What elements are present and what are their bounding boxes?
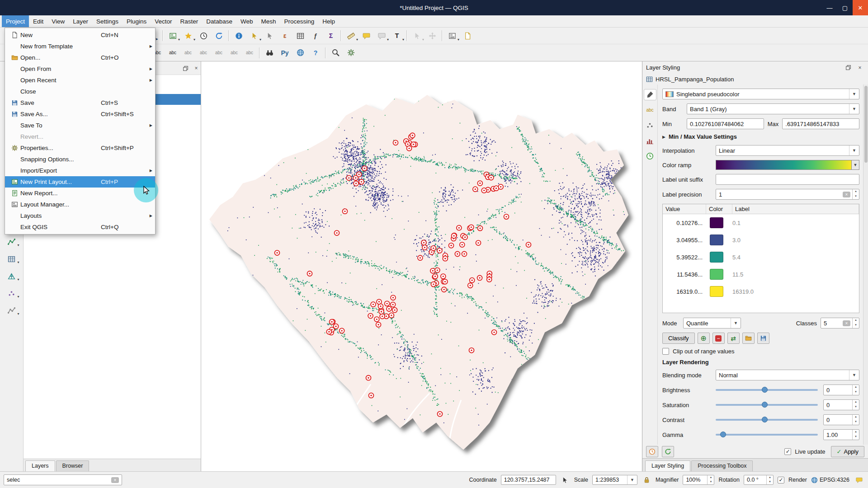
menu-item-import-export[interactable]: Import/Export▶ xyxy=(5,165,155,176)
min-input[interactable]: 0.102761087484062 xyxy=(687,118,764,129)
live-update-checkbox[interactable]: ✓ xyxy=(784,448,791,455)
menu-plugins[interactable]: Plugins xyxy=(123,15,151,27)
menu-item-revert[interactable]: Revert... xyxy=(5,131,155,142)
labels-button[interactable]: abc xyxy=(644,104,656,116)
osm-place-search-button[interactable] xyxy=(262,46,277,60)
statistical-summary-button[interactable]: Σ xyxy=(323,29,339,42)
add-raster-layer-button[interactable]: ▾ xyxy=(4,253,20,265)
close-button[interactable]: ✕ xyxy=(853,0,868,15)
class-row[interactable]: 3.04955...3.0 xyxy=(663,231,859,249)
apply-button[interactable]: ✓Apply xyxy=(831,446,864,457)
add-vector-layer-button[interactable]: ▾ xyxy=(4,235,20,248)
map-tips-button[interactable] xyxy=(359,29,374,42)
spin-buttons[interactable]: ▴▾ xyxy=(852,318,859,328)
layer-diagram-button[interactable]: abc xyxy=(165,46,180,60)
rotate-label-button[interactable]: abc xyxy=(226,46,242,60)
menu-item-save-as[interactable]: Save As...Ctrl+Shift+S xyxy=(5,108,155,120)
quickmap-services-button[interactable] xyxy=(292,46,308,60)
menu-processing[interactable]: Processing xyxy=(280,15,319,27)
highlight-pinned-labels-button[interactable]: abc xyxy=(196,46,211,60)
scale-lock-button[interactable] xyxy=(642,475,651,485)
locator-search-input[interactable]: selec × xyxy=(4,474,122,485)
layers-panel-float-button[interactable] xyxy=(181,64,190,73)
spin-buttons[interactable]: ▴▾ xyxy=(766,475,773,484)
interpolation-select[interactable]: Linear▼ xyxy=(716,145,859,156)
menu-item-save[interactable]: SaveCtrl+S xyxy=(5,97,155,108)
menu-item-new-print-layout[interactable]: New Print Layout...Ctrl+P xyxy=(5,176,155,188)
styling-scrollbar[interactable] xyxy=(863,84,868,445)
load-color-map-button[interactable] xyxy=(742,333,755,344)
menu-item-properties[interactable]: Properties...Ctrl+Shift+P xyxy=(5,142,155,154)
rotation-spinner[interactable]: 0.0 ° ▴▾ xyxy=(744,475,774,485)
clear-icon[interactable]: × xyxy=(843,320,850,326)
render-type-select[interactable]: Singleband pseudocolor ▼ xyxy=(662,89,859,99)
scale-select[interactable]: 1:239853▼ xyxy=(592,475,637,485)
pin-labels-button[interactable]: abc xyxy=(180,46,196,60)
coordinate-input[interactable]: 120.3757,15.2487 xyxy=(501,475,556,485)
spatial-bookmarks-button[interactable]: ▾ xyxy=(180,29,196,42)
label-unit-suffix-input[interactable] xyxy=(716,174,859,185)
load-ramp-button[interactable]: ⇄ xyxy=(727,333,740,344)
saturation-slider[interactable] xyxy=(716,404,818,406)
tab-processing-toolbox[interactable]: Processing Toolbox xyxy=(691,460,753,471)
add-class-button[interactable]: ⊕ xyxy=(698,333,710,344)
messages-button[interactable] xyxy=(854,475,864,485)
add-mesh-layer-button[interactable]: ▾ xyxy=(4,270,20,282)
menu-layer[interactable]: Layer xyxy=(69,15,92,27)
label-precision-spinner[interactable]: 1 × ▴▾ xyxy=(716,189,859,200)
tab-browser[interactable]: Browser xyxy=(56,460,90,471)
style-history-button[interactable] xyxy=(646,446,658,457)
classes-spinner[interactable]: 5 × ▴▾ xyxy=(821,318,859,328)
styling-panel-float-button[interactable] xyxy=(844,63,853,72)
python-console-button[interactable]: Py xyxy=(277,46,292,60)
grass-tools-button[interactable] xyxy=(343,46,359,60)
menu-item-new[interactable]: NewCtrl+N xyxy=(5,29,155,41)
menu-web[interactable]: Web xyxy=(236,15,257,27)
text-annotation-button[interactable]: T▾ xyxy=(389,29,405,42)
menu-item-new-from-template[interactable]: New from Template▶ xyxy=(5,41,155,52)
minmax-expand-icon[interactable]: ▶ xyxy=(662,135,665,139)
map-canvas[interactable] xyxy=(201,61,642,471)
temporal-controller-button[interactable] xyxy=(196,29,211,42)
class-color-swatch[interactable] xyxy=(710,269,723,280)
menu-item-open-from[interactable]: Open From▶ xyxy=(5,63,155,75)
class-row[interactable]: 16319.0...16319.0 xyxy=(663,283,859,300)
menu-raster[interactable]: Raster xyxy=(176,15,202,27)
class-color-swatch[interactable] xyxy=(710,252,723,263)
menu-item-exit-qgis[interactable]: Exit QGISCtrl+Q xyxy=(5,221,155,233)
menu-help[interactable]: Help xyxy=(318,15,339,27)
history-button[interactable] xyxy=(644,150,656,162)
new-annotation-button[interactable]: ▾ xyxy=(374,29,389,42)
pampanga-region[interactable] xyxy=(209,95,628,450)
menu-view[interactable]: View xyxy=(47,15,69,27)
move-feature-button[interactable] xyxy=(425,29,440,42)
class-row[interactable]: 11.5436...11.5 xyxy=(663,266,859,283)
brightness-value[interactable]: 0▴▾ xyxy=(823,385,859,395)
class-color-swatch[interactable] xyxy=(710,235,723,245)
clear-icon[interactable]: × xyxy=(843,192,850,197)
color-ramp-preview[interactable] xyxy=(716,160,851,170)
crs-button[interactable]: EPSG:4326 xyxy=(811,477,849,483)
layer-rendering-section[interactable]: Layer Rendering xyxy=(662,359,859,366)
select-by-expression-button[interactable]: ε xyxy=(277,29,292,42)
menu-item-save-to[interactable]: Save To▶ xyxy=(5,120,155,131)
symbology-button[interactable] xyxy=(644,89,656,100)
menu-edit[interactable]: Edit xyxy=(29,15,47,27)
open-attribute-table-button[interactable] xyxy=(292,29,308,42)
menu-mesh[interactable]: Mesh xyxy=(257,15,280,27)
brightness-slider[interactable] xyxy=(716,389,818,391)
select-features-button[interactable]: ▾ xyxy=(246,29,262,42)
minmax-settings-section[interactable]: Min / Max Value Settings xyxy=(669,133,737,140)
measure-button[interactable]: ▾ xyxy=(343,29,359,42)
menu-vector[interactable]: Vector xyxy=(151,15,176,27)
menu-item-layouts[interactable]: Layouts▶ xyxy=(5,210,155,221)
spin-buttons[interactable]: ▴▾ xyxy=(852,189,859,199)
decorations-button[interactable]: ▾ xyxy=(444,29,460,42)
help-contents-button[interactable]: ? xyxy=(308,46,323,60)
color-ramp-dropdown[interactable]: ▼ xyxy=(851,160,859,170)
maximize-button[interactable]: ▢ xyxy=(837,0,853,15)
mode-select[interactable]: Quantile▼ xyxy=(683,318,741,328)
identify-features-button[interactable] xyxy=(231,29,246,42)
remove-class-button[interactable]: − xyxy=(712,333,725,344)
select-features-by-value-button[interactable]: ▾ xyxy=(409,29,425,42)
